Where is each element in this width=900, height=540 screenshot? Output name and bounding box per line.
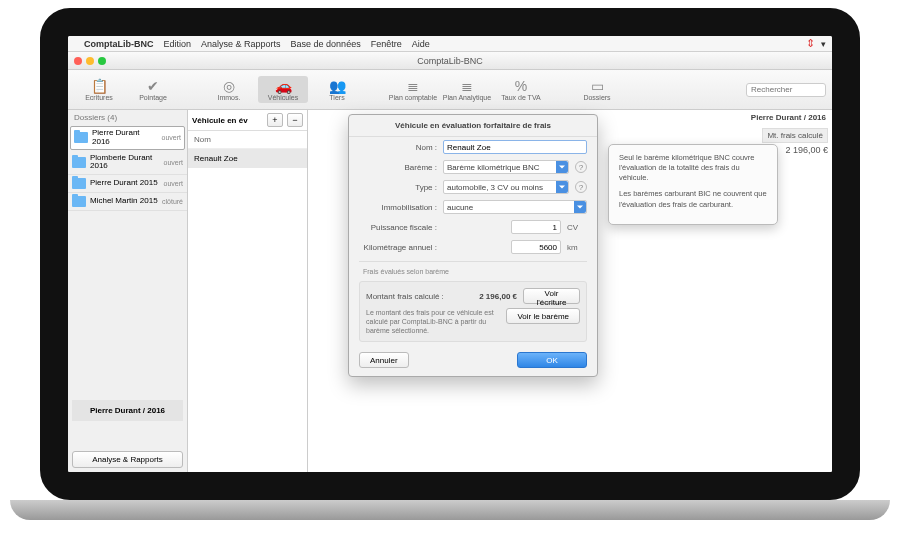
folder-icon	[72, 178, 86, 189]
toolbar-ecritures[interactable]: 📋Ecritures	[74, 76, 124, 103]
dossier-item[interactable]: Pierre Durant 2016 ouvert	[70, 126, 185, 150]
folder-icon	[72, 196, 86, 207]
frais-subhead: Frais évalués selon barème	[349, 266, 597, 277]
window-icon: ▭	[591, 78, 604, 94]
dossier-item[interactable]: Plomberie Durant 2016 ouvert	[68, 151, 187, 176]
cancel-button[interactable]: Annuler	[359, 352, 409, 368]
window-titlebar: ComptaLib-BNC	[68, 52, 832, 70]
check-icon: ✔	[147, 78, 159, 94]
minimize-icon[interactable]	[86, 57, 94, 65]
toolbar-vehicules[interactable]: 🚗Véhicules	[258, 76, 308, 103]
result-box: Montant frais calculé : 2 196,00 € Voir …	[359, 281, 587, 342]
dropbox-icon[interactable]: ⇕	[806, 37, 815, 50]
label-nom: Nom :	[359, 143, 437, 152]
remove-button[interactable]: −	[287, 113, 303, 127]
menu-help[interactable]: Aide	[412, 39, 430, 49]
label-km: Kilométrage annuel :	[359, 243, 437, 252]
unit-km: km	[567, 243, 587, 252]
toolbar-tva[interactable]: %Taux de TVA	[496, 76, 546, 103]
immo-select[interactable]: aucune	[443, 200, 587, 214]
bareme-select[interactable]: Barème kilométrique BNC	[443, 160, 569, 174]
people-icon: 👥	[329, 78, 346, 94]
percent-icon: %	[515, 78, 527, 94]
km-field[interactable]	[511, 240, 561, 254]
voir-ecriture-button[interactable]: Voir l'écriture	[523, 288, 580, 304]
folder-icon	[74, 132, 88, 143]
vehicules-list: Véhicule en év + − Nom Renault Zoe	[188, 110, 308, 472]
zoom-icon[interactable]	[98, 57, 106, 65]
unit-cv: CV	[567, 223, 587, 232]
popover-text-1: Seul le barème kilométrique BNC couvre l…	[619, 153, 767, 183]
analyse-rapports-button[interactable]: Analyse & Rapports	[72, 451, 183, 468]
dialog-title: Véhicule en évaluation forfaitaire de fr…	[349, 115, 597, 137]
type-select[interactable]: automobile, 3 CV ou moins	[443, 180, 569, 194]
help-icon[interactable]: ?	[575, 181, 587, 193]
sidebar-header: Dossiers (4)	[68, 110, 187, 125]
mac-menubar: ComptaLib-BNC Edition Analyse & Rapports…	[68, 36, 832, 52]
midlist-title: Véhicule en év	[192, 116, 263, 125]
ledger-icon: ≣	[461, 78, 473, 94]
list-icon: 📋	[91, 78, 108, 94]
laptop-base	[10, 500, 890, 520]
toolbar-tiers[interactable]: 👥Tiers	[312, 76, 362, 103]
result-label: Montant frais calculé :	[366, 292, 456, 301]
result-note: Le montant des frais pour ce véhicule es…	[366, 308, 500, 335]
folder-icon	[72, 157, 86, 168]
menu-db[interactable]: Base de données	[291, 39, 361, 49]
nom-field[interactable]	[443, 140, 587, 154]
help-icon[interactable]: ?	[575, 161, 587, 173]
window-title: ComptaLib-BNC	[417, 56, 483, 66]
current-dossier: Pierre Durant / 2016	[72, 400, 183, 421]
result-amount: 2 196,00 €	[462, 292, 517, 301]
label-type: Type :	[359, 183, 437, 192]
toolbar-plan-analytique[interactable]: ≣Plan Analytique	[442, 76, 492, 103]
status-icon[interactable]: ▾	[821, 39, 826, 49]
menu-analyse[interactable]: Analyse & Rapports	[201, 39, 281, 49]
toolbar: 📋Ecritures ✔Pointage ◎Immos. 🚗Véhicules …	[68, 70, 832, 110]
target-icon: ◎	[223, 78, 235, 94]
label-immo: Immobilisation :	[359, 203, 437, 212]
dossier-item[interactable]: Pierre Durant 2015 ouvert	[68, 175, 187, 193]
search-input[interactable]	[746, 83, 826, 97]
puissance-field[interactable]	[511, 220, 561, 234]
dossiers-sidebar: Dossiers (4) Pierre Durant 2016 ouvert P…	[68, 110, 188, 472]
toolbar-dossiers[interactable]: ▭Dossiers	[572, 76, 622, 103]
label-bareme: Barème :	[359, 163, 437, 172]
column-header-mt: Mt. frais calculé	[762, 128, 828, 143]
ok-button[interactable]: OK	[517, 352, 587, 368]
app-name[interactable]: ComptaLib-BNC	[84, 39, 154, 49]
toolbar-immos[interactable]: ◎Immos.	[204, 76, 254, 103]
context-label: Pierre Durant / 2016	[745, 110, 832, 125]
bareme-help-popover: Seul le barème kilométrique BNC couvre l…	[608, 144, 778, 225]
menu-edition[interactable]: Edition	[164, 39, 192, 49]
close-icon[interactable]	[74, 57, 82, 65]
menu-window[interactable]: Fenêtre	[371, 39, 402, 49]
vehicule-row[interactable]: Renault Zoe	[188, 149, 307, 168]
car-icon: 🚗	[275, 78, 292, 94]
ledger-icon: ≣	[407, 78, 419, 94]
label-puissance: Puissance fiscale :	[359, 223, 437, 232]
vehicule-dialog: Véhicule en évaluation forfaitaire de fr…	[348, 114, 598, 377]
toolbar-pointage[interactable]: ✔Pointage	[128, 76, 178, 103]
add-button[interactable]: +	[267, 113, 283, 127]
popover-text-2: Les barèmes carburant BIC ne couvrent qu…	[619, 189, 767, 209]
voir-bareme-button[interactable]: Voir le barème	[506, 308, 580, 324]
toolbar-plan-comptable[interactable]: ≣Plan comptable	[388, 76, 438, 103]
column-header-nom[interactable]: Nom	[188, 131, 307, 149]
dossier-item[interactable]: Michel Martin 2015 clôturé	[68, 193, 187, 211]
